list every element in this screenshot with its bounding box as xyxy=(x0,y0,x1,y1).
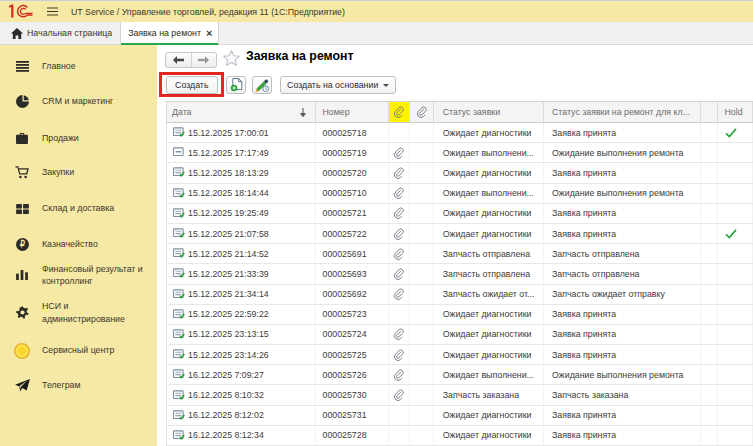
table-row[interactable]: 15.12.2025 18:13:29 000025720 Ожидает ди… xyxy=(166,163,753,183)
cell-attachment xyxy=(389,204,411,223)
table-row[interactable]: 15.12.2025 22:59:22 000025723 Ожидает ди… xyxy=(166,305,753,325)
table-header-row: Дата Номер Статус заявки Статус заявки н… xyxy=(166,101,753,123)
date-text: 15.12.2025 21:34:14 xyxy=(188,289,269,299)
cell-spacer xyxy=(701,426,718,445)
paperclip-icon xyxy=(393,106,404,118)
paper-plane-icon xyxy=(14,377,30,394)
sidebar-item-label: Сервисный центр xyxy=(42,344,146,357)
cell-hold xyxy=(718,123,753,142)
cell-attachment-2 xyxy=(410,163,434,182)
tab-repair-request[interactable]: Заявка на ремонт × xyxy=(120,22,219,44)
main-menu-icon[interactable] xyxy=(47,7,58,16)
document-state-icon xyxy=(173,289,184,300)
doc-posted-icon xyxy=(173,329,185,340)
cell-status: Ожидает диагностики xyxy=(434,163,544,182)
table-row[interactable]: 15.12.2025 21:07:58 000025722 Ожидает ди… xyxy=(166,224,753,244)
cell-attachment xyxy=(389,285,411,304)
cell-status: Запчасть ожидает от... xyxy=(434,285,544,304)
window-title: UT Service / Управление торговлей, редак… xyxy=(71,7,345,17)
date-text: 16.12.2025 8:12:02 xyxy=(188,410,264,420)
column-header-spacer xyxy=(701,102,718,122)
cell-number: 000025722 xyxy=(316,224,389,243)
table-row[interactable]: 15.12.2025 21:14:52 000025691 Запчасть о… xyxy=(166,244,753,264)
sort-desc-arrow-icon xyxy=(300,108,306,117)
sidebar-item-crm[interactable]: CRM и маркетинг xyxy=(0,93,157,110)
sidebar-item-service-center[interactable]: Сервисный центр xyxy=(0,342,157,359)
cell-status-client: Ожидание выполнения ремонта xyxy=(544,365,701,384)
table-row[interactable]: 15.12.2025 19:25:49 000025721 Ожидает ди… xyxy=(166,204,753,224)
paperclip-icon xyxy=(393,187,404,199)
sidebar-item-main[interactable]: Главное xyxy=(0,58,157,75)
tab-close-icon[interactable]: × xyxy=(206,28,212,39)
hold-check-icon xyxy=(725,128,737,138)
table-row[interactable]: 16.12.2025 8:10:32 000025730 Запчасть за… xyxy=(166,385,753,405)
column-header-status[interactable]: Статус заявки xyxy=(434,102,544,122)
table-row[interactable]: 15.12.2025 23:13:15 000025724 Ожидает ди… xyxy=(166,325,753,345)
sidebar-item-warehouse[interactable]: Склад и доставка xyxy=(0,200,157,217)
document-state-icon xyxy=(173,430,184,441)
cell-spacer xyxy=(701,406,718,425)
sidebar-item-purchases[interactable]: Закупки xyxy=(0,164,157,181)
sidebar-item-label: Телеграм xyxy=(42,379,146,392)
cell-number: 000025728 xyxy=(316,426,389,445)
cell-spacer xyxy=(701,224,718,243)
column-header-date[interactable]: Дата xyxy=(166,102,316,122)
column-header-status-client[interactable]: Статус заявки на ремонт для кл... xyxy=(544,102,701,122)
document-state-icon xyxy=(173,309,184,320)
date-text: 15.12.2025 22:59:22 xyxy=(188,309,269,319)
table-row[interactable]: 15.12.2025 23:14:26 000025725 Ожидает ди… xyxy=(166,345,753,365)
sidebar-item-sales[interactable]: Продажи xyxy=(0,130,157,147)
column-header-hold[interactable]: Hold xyxy=(718,102,753,122)
document-state-icon xyxy=(173,147,184,158)
tab-home[interactable]: Начальная страница xyxy=(0,22,120,44)
column-header-attachments-2[interactable] xyxy=(410,102,434,122)
document-state-icon xyxy=(173,349,184,360)
cell-spacer xyxy=(701,264,718,283)
cell-number: 000025726 xyxy=(316,365,389,384)
table-row[interactable]: 16.12.2025 7:09:27 000025726 Ожидает вып… xyxy=(166,365,753,385)
cell-attachment-2 xyxy=(410,204,434,223)
sidebar-item-finance[interactable]: Финансовый результат и контроллинг xyxy=(0,263,157,289)
cell-spacer xyxy=(701,184,718,203)
cell-status-client: Запчасть отправлена xyxy=(544,244,701,263)
cell-spacer xyxy=(701,244,718,263)
cell-hold xyxy=(718,244,753,263)
cell-number: 000025720 xyxy=(316,163,389,182)
table-row[interactable]: 15.12.2025 18:14:44 000025710 Ожидает вы… xyxy=(166,184,753,204)
cell-attachment-2 xyxy=(410,325,434,344)
table-body: 15.12.2025 17:00:01 000025718 Ожидает ди… xyxy=(166,123,753,446)
sidebar-item-telegram[interactable]: Телеграм xyxy=(0,377,157,394)
document-state-icon xyxy=(173,167,184,178)
cell-date: 15.12.2025 21:33:39 xyxy=(166,264,316,283)
sidebar-item-treasury[interactable]: ₽ Казначейство xyxy=(0,236,157,253)
table-row[interactable]: 16.12.2025 8:12:34 000025728 Ожидает диа… xyxy=(166,426,753,446)
table-row[interactable]: 15.12.2025 17:17:49 000025719 Ожидает вы… xyxy=(166,143,753,163)
sidebar-item-label: Главное xyxy=(42,60,146,73)
table-row[interactable]: 15.12.2025 17:00:01 000025718 Ожидает ди… xyxy=(166,123,753,143)
menu-lines-icon xyxy=(14,58,30,75)
cell-attachment-2 xyxy=(410,224,434,243)
sidebar-item-admin[interactable]: НСИ и администрирование xyxy=(0,300,157,326)
table-row[interactable]: 15.12.2025 21:33:39 000025693 Запчасть о… xyxy=(166,264,753,284)
date-text: 15.12.2025 21:33:39 xyxy=(188,269,269,279)
date-text: 15.12.2025 18:13:29 xyxy=(188,168,269,178)
cell-attachment xyxy=(389,244,411,263)
section-sidebar: Главное CRM и маркетинг Продажи Закупки … xyxy=(0,45,157,446)
cell-date: 15.12.2025 18:13:29 xyxy=(166,163,316,182)
1c-logo-icon: 1С xyxy=(7,4,33,19)
table-row[interactable]: 15.12.2025 21:34:14 000025692 Запчасть о… xyxy=(166,285,753,305)
content-area: Заявка на ремонт Создать Создать на xyxy=(157,45,753,446)
pie-chart-icon xyxy=(14,93,30,110)
cell-date: 15.12.2025 23:14:26 xyxy=(166,345,316,364)
column-header-attachments[interactable] xyxy=(389,102,411,122)
cell-spacer xyxy=(701,385,718,404)
cell-attachment xyxy=(389,264,411,283)
cell-date: 15.12.2025 17:00:01 xyxy=(166,123,316,142)
cell-number: 000025723 xyxy=(316,305,389,324)
table-row[interactable]: 16.12.2025 8:12:02 000025731 Ожидает диа… xyxy=(166,406,753,426)
cell-number: 000025730 xyxy=(316,385,389,404)
column-header-number[interactable]: Номер xyxy=(316,102,389,122)
cell-date: 15.12.2025 18:14:44 xyxy=(166,184,316,203)
cell-number: 000025725 xyxy=(316,345,389,364)
cell-status-client: Заявка принята xyxy=(544,204,701,223)
